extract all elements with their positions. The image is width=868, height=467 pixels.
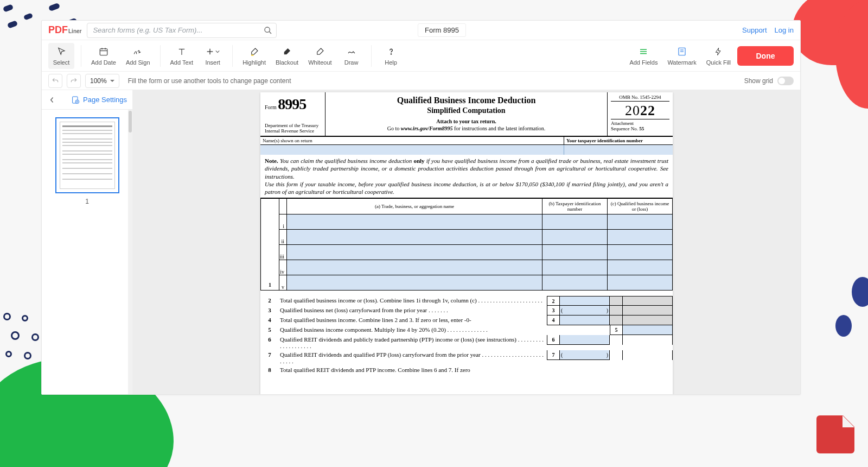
col-a-header: (a) Trade, business, or aggregation name bbox=[287, 199, 542, 214]
thumbnail-number: 1 bbox=[42, 198, 132, 205]
sidebar-back[interactable] bbox=[47, 96, 57, 104]
tool-label: Blackout bbox=[276, 59, 298, 66]
line-5-text: Qualified business income component. Mul… bbox=[279, 325, 610, 334]
form-header: Form 8995 Department of the Treasury Int… bbox=[260, 92, 673, 137]
field-1iii-a[interactable] bbox=[287, 245, 542, 260]
form-title-2: Simplified Computation bbox=[329, 106, 604, 115]
document-page[interactable]: Form 8995 Department of the Treasury Int… bbox=[260, 92, 673, 394]
line-4: 4 Total qualified business income. Combi… bbox=[260, 315, 673, 325]
grey-box bbox=[610, 315, 623, 325]
line-6-field[interactable] bbox=[560, 335, 610, 345]
line-2-field[interactable] bbox=[560, 296, 610, 306]
canvas[interactable]: Form 8995 Department of the Treasury Int… bbox=[133, 90, 800, 394]
thumbnails: 1 bbox=[42, 110, 132, 394]
tool-add-text[interactable]: Add Text bbox=[167, 43, 197, 69]
page-settings-button[interactable]: Page Settings bbox=[71, 96, 127, 104]
field-1ii-a[interactable] bbox=[287, 230, 542, 245]
show-grid-toggle[interactable] bbox=[777, 77, 794, 85]
field-1iii-c[interactable] bbox=[608, 245, 673, 260]
spacer bbox=[610, 335, 623, 345]
field-1v-b[interactable] bbox=[542, 275, 608, 291]
field-1iii-b[interactable] bbox=[542, 245, 608, 260]
tool-draw[interactable]: Draw bbox=[339, 43, 365, 69]
tin-field[interactable] bbox=[564, 145, 673, 155]
tool-label: Whiteout bbox=[308, 59, 331, 66]
tool-add-date[interactable]: Add Date bbox=[88, 43, 119, 69]
tool-select[interactable]: Select bbox=[48, 43, 74, 69]
line-8: 8 Total qualified REIT dividends and PTP… bbox=[260, 365, 673, 374]
line-4-no: 4 bbox=[260, 315, 279, 323]
tool-label: Add Text bbox=[170, 59, 194, 66]
goto-link: www.irs.gov/Form8995 bbox=[401, 125, 453, 131]
tool-highlight[interactable]: Highlight bbox=[239, 43, 269, 69]
calculation-lines: 2 Total qualified business income or (lo… bbox=[260, 291, 673, 374]
thumbnail-scrollbar[interactable] bbox=[128, 110, 132, 394]
field-1v-c[interactable] bbox=[608, 275, 673, 291]
field-1iv-c[interactable] bbox=[608, 260, 673, 275]
form-header-right: OMB No. 1545-2294 2022 Attachment Sequen… bbox=[608, 92, 673, 136]
line-5-field[interactable] bbox=[623, 325, 673, 335]
brand-main: PDF bbox=[48, 24, 68, 36]
line-3-box: 3 bbox=[547, 306, 560, 315]
tool-blackout[interactable]: Blackout bbox=[272, 43, 302, 69]
name-field-row bbox=[260, 145, 673, 155]
line-4-field[interactable] bbox=[560, 315, 610, 325]
line-3-no: 3 bbox=[260, 306, 279, 313]
tool-label: Watermark bbox=[667, 59, 696, 66]
line-7-field[interactable]: () bbox=[560, 350, 610, 360]
field-1i-c[interactable] bbox=[608, 214, 673, 230]
cursor-icon bbox=[56, 46, 66, 57]
support-link[interactable]: Support bbox=[742, 26, 767, 34]
form-header-mid: Qualified Business Income Deduction Simp… bbox=[326, 92, 608, 136]
toolbar: Select Add Date Add Sign Add Text Insert… bbox=[42, 40, 800, 72]
tool-quick-fill[interactable]: Quick Fill bbox=[703, 43, 734, 69]
login-link[interactable]: Log in bbox=[775, 26, 794, 34]
note-1a: You can claim the qualified business inc… bbox=[278, 157, 414, 164]
name-field[interactable] bbox=[260, 145, 564, 155]
redo-button[interactable] bbox=[67, 74, 81, 88]
line-3-text: Qualified business net (loss) carryforwa… bbox=[279, 306, 547, 314]
form-title-1: Qualified Business Income Deduction bbox=[329, 96, 604, 105]
field-1v-a[interactable] bbox=[287, 275, 542, 291]
tool-label: Highlight bbox=[242, 59, 266, 66]
search-icon[interactable] bbox=[264, 26, 272, 35]
grey-val bbox=[623, 315, 673, 325]
app-window: PDFLiner Form 8995 Support Log in Select… bbox=[41, 20, 801, 395]
line-2: 2 Total qualified business income or (lo… bbox=[260, 296, 673, 306]
calendar-icon bbox=[99, 46, 108, 57]
field-1iv-b[interactable] bbox=[542, 260, 608, 275]
business-table: 1 (a) Trade, business, or aggregation na… bbox=[260, 198, 673, 291]
field-1i-b[interactable] bbox=[542, 214, 608, 230]
field-1ii-c[interactable] bbox=[608, 230, 673, 245]
field-1iv-a[interactable] bbox=[287, 260, 542, 275]
tool-insert[interactable]: Insert bbox=[200, 43, 226, 69]
line-7-text: Qualified REIT dividends and qualified P… bbox=[279, 350, 547, 365]
tool-add-sign[interactable]: Add Sign bbox=[123, 43, 154, 69]
highlight-icon bbox=[250, 46, 259, 57]
attachment-seq: Attachment Sequence No. 55 bbox=[611, 119, 669, 131]
hint-text: Fill the form or use another tools to ch… bbox=[128, 77, 291, 85]
undo-button[interactable] bbox=[48, 74, 62, 88]
line-7-no: 7 bbox=[260, 350, 279, 358]
tool-help[interactable]: Help bbox=[378, 43, 404, 69]
separator bbox=[81, 45, 81, 67]
tool-add-fields[interactable]: Add Fields bbox=[626, 43, 661, 69]
page-thumbnail[interactable] bbox=[55, 117, 119, 193]
zoom-select[interactable]: 100% bbox=[85, 74, 119, 88]
line-4-text: Total qualified business income. Combine… bbox=[279, 315, 547, 324]
toolbar-right: Add Fields Watermark Quick Fill Done bbox=[626, 43, 794, 69]
brand-sub: Liner bbox=[68, 28, 81, 34]
line-6: 6 Qualified REIT dividends and publicly … bbox=[260, 335, 673, 350]
page-settings-icon bbox=[71, 96, 80, 104]
tool-watermark[interactable]: Watermark bbox=[664, 43, 699, 69]
attach-note: Attach to your tax return. bbox=[329, 118, 604, 124]
field-1ii-b[interactable] bbox=[542, 230, 608, 245]
tool-whiteout[interactable]: Whiteout bbox=[305, 43, 335, 69]
chevron-down-icon bbox=[215, 49, 220, 54]
field-1i-a[interactable] bbox=[287, 214, 542, 230]
done-button[interactable]: Done bbox=[737, 46, 794, 66]
row-ii: ii bbox=[279, 230, 287, 245]
brand-logo[interactable]: PDFLiner bbox=[48, 24, 81, 36]
search-input[interactable] bbox=[87, 23, 277, 38]
line-3-field[interactable]: () bbox=[560, 306, 610, 315]
